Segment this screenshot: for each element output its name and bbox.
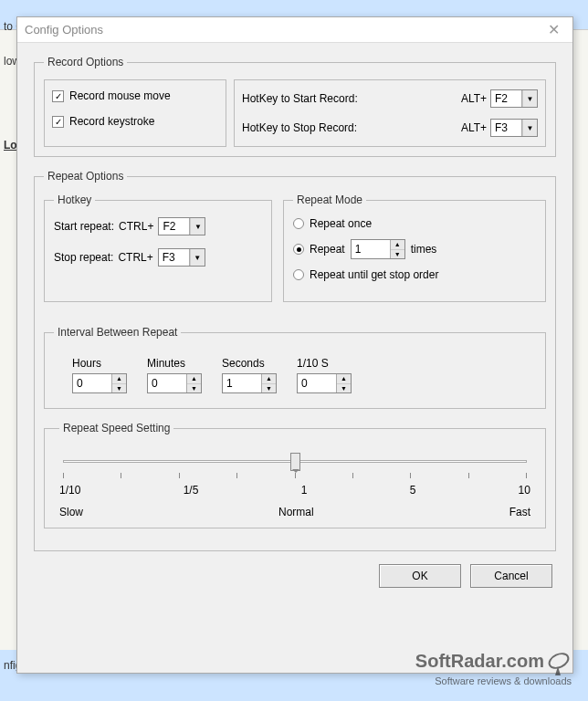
spinner-up-icon[interactable]: ▲ xyxy=(187,374,201,384)
interval-group: Interval Between Repeat Hours 0 ▲▼ Minut… xyxy=(44,326,546,409)
repeat-mode-group: Repeat Mode Repeat once Repeat 1 ▲▼ time… xyxy=(283,194,546,302)
repeat-once-label: Repeat once xyxy=(310,217,372,230)
record-checkboxes-panel: ✓ Record mouse move ✓ Record keystroke xyxy=(44,79,226,147)
repeat-hotkey-group: Hotkey Start repeat: CTRL+ F2 ▼ Stop rep… xyxy=(44,194,272,302)
stop-record-combo[interactable]: F3 ▼ xyxy=(490,119,538,137)
spinner-down-icon[interactable]: ▼ xyxy=(337,384,351,393)
hours-spinner[interactable]: 0 ▲▼ xyxy=(72,373,127,393)
repeat-count-spinner[interactable]: 1 ▲▼ xyxy=(351,239,405,259)
chevron-down-icon: ▼ xyxy=(190,249,205,266)
config-options-dialog: Config Options ✕ Record Options ✓ Record… xyxy=(16,16,573,674)
seconds-label: Seconds xyxy=(222,357,277,370)
speed-slider[interactable] xyxy=(63,453,527,471)
repeat-options-group: Repeat Options Hotkey Start repeat: CTRL… xyxy=(34,170,556,551)
ok-button[interactable]: OK xyxy=(379,564,461,588)
start-repeat-prefix: CTRL+ xyxy=(119,220,153,233)
spinner-up-icon[interactable]: ▲ xyxy=(262,374,276,384)
repeat-mode-legend: Repeat Mode xyxy=(293,194,366,206)
start-record-label: HotKey to Start Record: xyxy=(242,92,457,105)
repeat-until-label: Repeat until get stop order xyxy=(310,268,438,281)
close-button[interactable]: ✕ xyxy=(542,21,565,38)
repeat-hotkey-legend: Hotkey xyxy=(54,194,95,206)
chevron-down-icon: ▼ xyxy=(190,218,205,235)
stop-record-label: HotKey to Stop Record: xyxy=(242,121,457,134)
start-repeat-combo[interactable]: F2 ▼ xyxy=(158,217,205,235)
minutes-label: Minutes xyxy=(147,357,202,370)
record-mouse-checkbox[interactable]: ✓ xyxy=(52,90,64,102)
slider-ticks xyxy=(63,473,527,480)
repeat-n-radio[interactable] xyxy=(293,244,304,255)
spinner-down-icon[interactable]: ▼ xyxy=(112,384,126,393)
start-record-prefix: ALT+ xyxy=(461,92,487,105)
interval-legend: Interval Between Repeat xyxy=(54,326,181,339)
repeat-times-label: times xyxy=(411,243,437,256)
record-options-group: Record Options ✓ Record mouse move ✓ Rec… xyxy=(34,56,556,157)
cancel-button[interactable]: Cancel xyxy=(470,564,552,588)
minutes-spinner[interactable]: 0 ▲▼ xyxy=(147,373,202,393)
repeat-once-radio[interactable] xyxy=(293,218,304,229)
record-keystroke-label: Record keystroke xyxy=(69,115,154,128)
start-record-combo[interactable]: F2 ▼ xyxy=(490,89,538,108)
chevron-down-icon: ▼ xyxy=(522,90,537,107)
spinner-up-icon[interactable]: ▲ xyxy=(337,374,351,384)
stop-repeat-prefix: CTRL+ xyxy=(118,251,152,264)
stop-record-prefix: ALT+ xyxy=(461,121,487,134)
record-hotkeys-panel: HotKey to Start Record: ALT+ F2 ▼ HotKey… xyxy=(234,79,546,147)
stop-repeat-label: Stop repeat: xyxy=(54,251,113,264)
tenths-label: 1/10 S xyxy=(297,357,352,370)
spinner-down-icon[interactable]: ▼ xyxy=(391,250,404,259)
seconds-spinner[interactable]: 1 ▲▼ xyxy=(222,373,277,393)
dialog-buttons: OK Cancel xyxy=(34,564,556,588)
speed-text-labels: Slow Normal Fast xyxy=(59,506,530,518)
record-mouse-label: Record mouse move xyxy=(69,89,171,102)
spinner-down-icon[interactable]: ▼ xyxy=(187,384,201,393)
record-keystroke-checkbox[interactable]: ✓ xyxy=(52,116,64,128)
stop-repeat-combo[interactable]: F3 ▼ xyxy=(158,248,205,267)
spinner-up-icon[interactable]: ▲ xyxy=(112,374,126,384)
spinner-up-icon[interactable]: ▲ xyxy=(391,240,404,250)
slider-thumb[interactable] xyxy=(290,453,300,471)
speed-legend: Repeat Speed Setting xyxy=(59,422,173,434)
speed-group: Repeat Speed Setting 1/10 1/5 1 5 10 Slo… xyxy=(44,422,546,528)
dialog-content: Record Options ✓ Record mouse move ✓ Rec… xyxy=(17,43,572,601)
record-options-legend: Record Options xyxy=(44,56,127,68)
tenths-spinner[interactable]: 0 ▲▼ xyxy=(297,373,352,393)
spinner-down-icon[interactable]: ▼ xyxy=(262,384,276,393)
slider-tick-labels: 1/10 1/5 1 5 10 xyxy=(59,484,530,497)
repeat-n-label: Repeat xyxy=(310,243,345,256)
titlebar: Config Options ✕ xyxy=(17,17,572,43)
hours-label: Hours xyxy=(72,357,127,370)
repeat-options-legend: Repeat Options xyxy=(44,170,127,183)
repeat-until-radio[interactable] xyxy=(293,269,304,280)
window-title: Config Options xyxy=(25,23,103,37)
start-repeat-label: Start repeat: xyxy=(54,220,114,233)
chevron-down-icon: ▼ xyxy=(522,120,537,136)
